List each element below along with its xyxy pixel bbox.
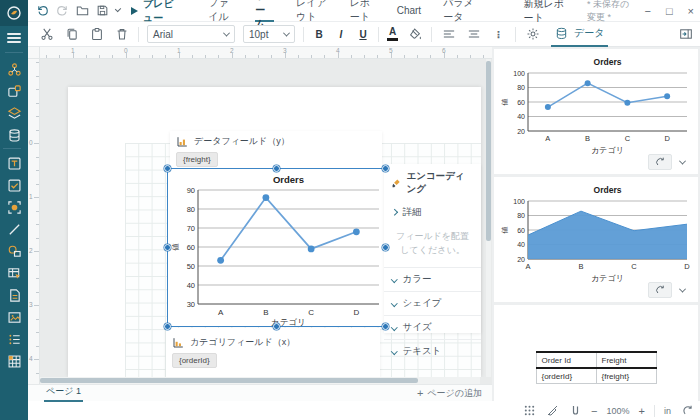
chevron-down-icon[interactable] <box>674 282 690 298</box>
menu-item-chart[interactable]: Chart <box>397 0 421 22</box>
selection-handle[interactable] <box>382 323 389 330</box>
image-tool-icon[interactable] <box>3 307 25 327</box>
align-left-icon[interactable] <box>440 26 457 43</box>
font-size-select[interactable]: 10pt <box>243 25 295 43</box>
tab-data-panel[interactable]: データ <box>551 22 608 47</box>
encoding-section-label: カラー <box>403 273 432 286</box>
reset-zoom-icon[interactable] <box>680 404 694 418</box>
close-button[interactable]: × <box>688 5 694 17</box>
menu-item-home[interactable]: ホーム <box>255 0 274 22</box>
plus-icon: + <box>417 387 423 399</box>
layers-icon[interactable] <box>3 103 25 123</box>
align-center-icon[interactable] <box>465 26 482 43</box>
snap-lines-icon[interactable] <box>568 404 582 418</box>
encoding-section-size[interactable]: サイズ <box>384 315 481 339</box>
svg-text:値: 値 <box>501 227 508 234</box>
page-tab-1[interactable]: ページ 1 <box>44 385 83 402</box>
redo-icon[interactable] <box>56 3 69 19</box>
chevron-right-icon <box>391 209 397 215</box>
snap-toggle-icon[interactable] <box>545 404 559 418</box>
svg-text:90: 90 <box>187 186 195 195</box>
canvas-surface[interactable]: データフィールド（y） {freight} Orders304050607080… <box>40 59 492 377</box>
undo-icon[interactable] <box>36 3 49 19</box>
checkbox-tool-icon[interactable] <box>3 175 25 195</box>
save-icon[interactable] <box>96 3 109 19</box>
y-field-zone[interactable]: データフィールド（y） {freight} <box>170 131 382 169</box>
x-field-pill[interactable]: {orderId} <box>172 353 217 368</box>
svg-text:C: C <box>308 308 314 317</box>
data-sources-icon[interactable] <box>3 125 25 145</box>
selection-handle[interactable] <box>273 323 280 330</box>
richtext-tool-icon[interactable] <box>3 197 25 217</box>
fill-color-icon[interactable] <box>406 26 423 43</box>
menu-icon[interactable] <box>7 33 21 43</box>
svg-text:A: A <box>525 262 530 271</box>
selected-chart[interactable]: Orders30405060708090ABCDカテゴリ値 <box>168 169 385 326</box>
subreport-tool-icon[interactable] <box>3 285 25 305</box>
svg-text:C: C <box>625 134 631 143</box>
canvas-vertical-scrollbar[interactable] <box>486 59 491 377</box>
selection-handle[interactable] <box>382 244 389 251</box>
add-page-button[interactable]: + ページの追加 <box>417 387 482 400</box>
group-editor-icon[interactable] <box>3 81 25 101</box>
svg-text:80: 80 <box>517 84 525 91</box>
x-field-zone[interactable]: カテゴリフィールド（x） {orderId} <box>166 328 380 377</box>
encoding-section-shape[interactable]: シェイプ <box>384 291 481 315</box>
zoom-level[interactable]: 100% <box>607 406 630 416</box>
svg-text:Orders: Orders <box>594 57 622 67</box>
table-tool-icon[interactable] <box>3 263 25 283</box>
design-canvas: 10123456 01234 データフィールド（y） {freight} Ord… <box>28 47 492 401</box>
refresh-button[interactable] <box>648 282 672 298</box>
preview-button[interactable]: プレビュー <box>131 0 179 25</box>
menu-items: ファイル ホーム レイアウト レポート Chart パラメータ <box>208 0 474 22</box>
canvas-horizontal-scrollbar[interactable] <box>40 377 480 384</box>
italic-button[interactable]: I <box>334 29 348 40</box>
grid-toggle-icon[interactable] <box>522 404 536 418</box>
selection-handle[interactable] <box>164 323 171 330</box>
list-tool-icon[interactable] <box>3 329 25 349</box>
minimize-button[interactable]: − <box>644 5 650 17</box>
svg-text:B: B <box>263 308 268 317</box>
paste-icon[interactable] <box>88 26 105 43</box>
shape-tool-icon[interactable] <box>3 241 25 261</box>
zoom-out-button[interactable]: − <box>591 405 597 417</box>
bold-button[interactable]: B <box>312 29 326 40</box>
chevron-down-icon[interactable] <box>674 154 690 170</box>
textbox-tool-icon[interactable] <box>3 153 25 173</box>
zoom-in-button[interactable]: + <box>639 405 645 417</box>
menu-item-parameters[interactable]: パラメータ <box>443 0 474 22</box>
selection-handle[interactable] <box>273 165 280 172</box>
font-family-select[interactable]: Arial <box>147 25 235 43</box>
svg-text:80: 80 <box>517 212 525 219</box>
refresh-button[interactable] <box>648 154 672 170</box>
selection-handle[interactable] <box>382 165 389 172</box>
more-options-icon[interactable]: ⋮ <box>490 26 507 43</box>
selection-handle[interactable] <box>164 244 171 251</box>
line-tool-icon[interactable] <box>3 219 25 239</box>
svg-text:Orders: Orders <box>273 174 304 185</box>
cut-icon[interactable] <box>38 26 55 43</box>
delete-icon[interactable] <box>113 26 130 43</box>
collapse-panel-icon[interactable] <box>677 26 694 43</box>
save-dropdown-icon[interactable] <box>115 6 121 12</box>
report-explorer-icon[interactable] <box>3 59 25 79</box>
units-label[interactable]: in <box>664 406 671 416</box>
tablix-tool-icon[interactable] <box>3 351 25 371</box>
y-field-pill[interactable]: {freight} <box>176 152 218 167</box>
encoding-section-color[interactable]: カラー <box>384 267 481 291</box>
svg-text:B: B <box>578 262 583 271</box>
font-color-button[interactable]: A <box>387 27 398 41</box>
underline-button[interactable]: U <box>356 29 370 40</box>
sidebar-divider <box>5 52 23 53</box>
encoding-detail-row[interactable]: 詳細 <box>384 201 481 224</box>
copy-icon[interactable] <box>63 26 80 43</box>
encoding-section-text[interactable]: テキスト <box>384 339 481 363</box>
settings-gear-icon[interactable] <box>524 26 541 43</box>
selection-handle[interactable] <box>164 165 171 172</box>
open-file-icon[interactable] <box>76 3 89 19</box>
menu-item-file[interactable]: ファイル <box>208 0 233 22</box>
maximize-button[interactable]: □ <box>666 5 673 17</box>
app-logo[interactable] <box>0 0 28 26</box>
menu-item-report[interactable]: レポート <box>350 0 375 22</box>
menu-item-layout[interactable]: レイアウト <box>296 0 328 22</box>
